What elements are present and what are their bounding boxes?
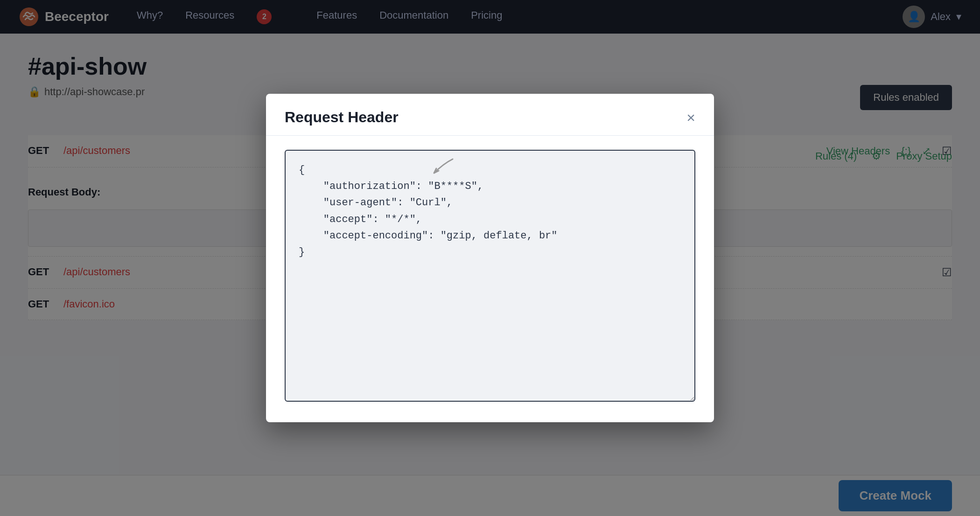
modal-close-button[interactable]: ×: [686, 110, 695, 125]
textarea-container: [285, 150, 695, 404]
modal-dialog: Request Header ×: [266, 94, 714, 422]
headers-textarea[interactable]: [285, 150, 695, 402]
modal-overlay[interactable]: Request Header ×: [0, 0, 980, 516]
modal-header: Request Header ×: [266, 94, 714, 136]
modal-title: Request Header: [285, 109, 399, 126]
modal-body: [266, 136, 714, 422]
